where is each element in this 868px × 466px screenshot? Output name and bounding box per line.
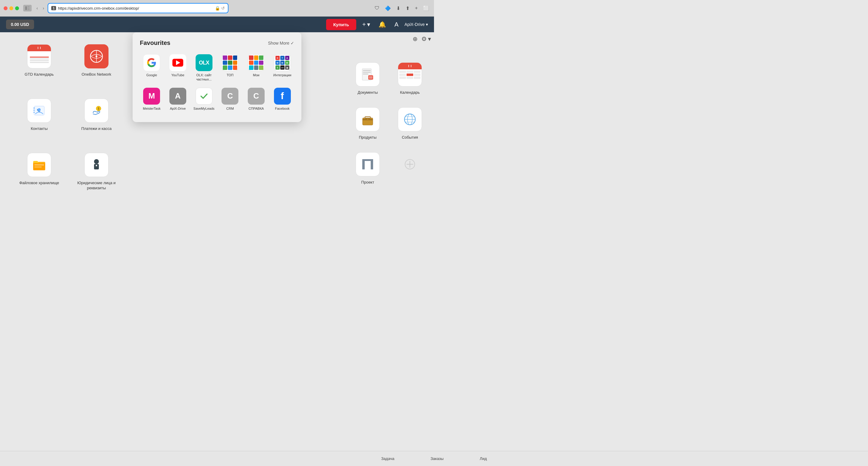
facebook-icon: f	[274, 88, 291, 104]
fav-item-meistertask[interactable]: M MeisterTask	[140, 86, 164, 113]
onebox-icon	[84, 44, 108, 68]
add-menu-button[interactable]: + ▾	[360, 20, 373, 29]
desktop-icon-files[interactable]: Файловое хранилище	[12, 150, 66, 201]
username-label: ApiX-Drive	[404, 22, 425, 27]
add-icon	[398, 152, 422, 176]
contacts-label: Контакты	[31, 126, 48, 131]
user-menu[interactable]: ApiX-Drive ▾	[404, 22, 428, 27]
bell-icon: 🔔	[378, 21, 386, 28]
products-label: Продукты	[359, 135, 377, 140]
google-icon	[143, 54, 160, 71]
products-icon	[355, 107, 380, 131]
gear-icon: ⚙	[421, 35, 427, 42]
svg-rect-14	[33, 162, 45, 170]
balance-button[interactable]: 0.00 USD	[6, 20, 34, 29]
show-more-button[interactable]: Show More ✓	[268, 41, 294, 45]
desktop-icon-legal[interactable]: Юридические лица и реквизиты	[69, 150, 124, 201]
integrations-icon: D T A M M M S ━━ ▣	[274, 54, 291, 71]
svg-rect-1	[27, 6, 30, 7]
fav-item-top[interactable]: ТОП	[218, 53, 242, 84]
fav-item-google[interactable]: Google	[140, 53, 164, 84]
extension-icon[interactable]: 🔷	[384, 4, 392, 12]
plus-circle-icon: ⊕	[412, 35, 418, 42]
fav-item-integrations[interactable]: D T A M M M S ━━ ▣ Интеграции	[270, 53, 294, 84]
traffic-lights	[4, 6, 19, 10]
url-input[interactable]	[58, 6, 213, 10]
shield-icon[interactable]: 🛡	[373, 4, 381, 12]
svg-rect-29	[367, 119, 369, 120]
fav-savemyleads-label: SaveMyLeads	[193, 106, 215, 111]
user-chevron-icon: ▾	[426, 22, 428, 27]
calendar-icon	[398, 62, 422, 87]
tab-number: 1	[51, 6, 56, 10]
desktop-icon-payments[interactable]: $ Платежи и касса	[69, 96, 124, 147]
svg-rect-22	[363, 73, 368, 74]
spravka-icon: C	[248, 88, 265, 104]
notifications-button[interactable]: 🔔	[376, 20, 389, 29]
minimize-button[interactable]	[9, 6, 13, 10]
url-bar[interactable]: 1 🔒 ↺	[48, 3, 228, 13]
fav-crm-label: CRM	[226, 106, 234, 111]
svg-rect-37	[371, 159, 373, 169]
desktop-icon-products[interactable]: Продукты	[350, 104, 386, 143]
app-header: 0.00 USD Купить + ▾ 🔔 A ApiX-Drive ▾	[0, 17, 434, 32]
svg-rect-15	[34, 164, 44, 165]
savemyleads-icon	[195, 88, 213, 104]
svg-rect-36	[362, 159, 365, 169]
desktop-icon-project[interactable]: Проект	[350, 149, 386, 188]
svg-rect-3	[27, 9, 30, 10]
favourites-row-1: Google YouTube OLX OLX: сайт частных...	[140, 53, 294, 84]
desktop-icon-events[interactable]: События	[392, 104, 428, 143]
svg-rect-9	[33, 107, 35, 108]
project-label: Проект	[361, 180, 374, 185]
share-icon[interactable]: ⬆	[404, 4, 411, 12]
desktop-icon-contacts[interactable]: Контакты	[12, 96, 66, 147]
fav-item-olx[interactable]: OLX OLX: сайт частных...	[192, 53, 216, 84]
payments-icon: $	[84, 99, 108, 123]
gtd-label: GTD Календарь	[25, 72, 54, 77]
add-new-button[interactable]: ⊕	[412, 35, 418, 42]
fullscreen-icon[interactable]: ⬜	[422, 4, 430, 12]
download-icon[interactable]: ⬇	[395, 4, 401, 12]
docs-label: Документы	[358, 90, 378, 95]
fav-olx-label: OLX: сайт частных...	[193, 73, 215, 82]
svg-rect-0	[25, 6, 27, 10]
desktop-icon-onebox[interactable]: OneBox Network	[69, 41, 124, 93]
close-button[interactable]	[4, 6, 7, 10]
fav-spravka-label: СПРАВКА	[249, 106, 264, 111]
desktop-icon-gtd[interactable]: GTD Календарь	[12, 41, 66, 93]
fav-item-crm[interactable]: C CRM	[218, 86, 242, 113]
fav-item-apixdrive[interactable]: A ApiX-Drive	[166, 86, 190, 113]
meistertask-icon: M	[143, 88, 160, 104]
add-menu-chevron: ▾	[367, 21, 370, 28]
forward-button[interactable]: ›	[41, 4, 45, 12]
desktop-icon-calendar[interactable]: Календарь	[392, 59, 428, 98]
fav-google-label: Google	[147, 73, 157, 77]
fav-item-moi[interactable]: Мои	[244, 53, 268, 84]
svg-rect-10	[33, 110, 35, 111]
crm-icon: C	[221, 88, 239, 104]
moi-icon	[248, 54, 265, 71]
new-tab-icon[interactable]: +	[414, 4, 419, 12]
right-panel: ⊕ ⚙ ▾ Документы	[344, 32, 434, 197]
svg-rect-16	[34, 166, 41, 167]
buy-button[interactable]: Купить	[326, 19, 356, 30]
main-area: Favourites Show More ✓ Google	[0, 32, 434, 233]
fav-item-youtube[interactable]: YouTube	[166, 53, 190, 84]
settings-button[interactable]: ⚙ ▾	[421, 35, 431, 42]
settings-chevron-icon: ▾	[428, 35, 431, 42]
fav-moi-label: Мои	[253, 73, 259, 77]
back-button[interactable]: ‹	[35, 4, 39, 12]
fav-top-label: ТОП	[227, 73, 234, 77]
desktop-icon-docs[interactable]: Документы	[350, 59, 386, 98]
svg-rect-23	[368, 75, 373, 80]
maximize-button[interactable]	[15, 6, 19, 10]
user-avatar-icon[interactable]: A	[392, 20, 401, 29]
fav-item-spravka[interactable]: C СПРАВКА	[244, 86, 268, 113]
browser-right-icons: 🛡 🔷 ⬇ ⬆ + ⬜	[373, 4, 430, 12]
desktop-icon-add[interactable]	[392, 149, 428, 188]
fav-item-savemyleads[interactable]: SaveMyLeads	[192, 86, 216, 113]
fav-item-facebook[interactable]: f Facebook	[270, 86, 294, 113]
sidebar-toggle-button[interactable]	[23, 5, 32, 11]
svg-rect-28	[365, 117, 370, 119]
